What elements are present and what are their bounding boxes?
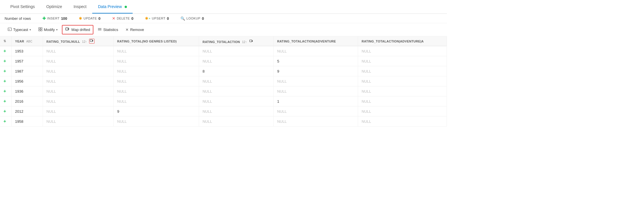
cell-rating-totalnull: NULL — [43, 116, 114, 127]
cell-rating-totalaction-adventure-a: NULL — [358, 116, 447, 127]
col-rating-totalaction-adventure-a: RATING_TOTALACTION|ADVENTURE|A — [358, 36, 447, 46]
cell-rating-totalaction-adventure-a: NULL — [358, 106, 447, 116]
lookup-icon: 🔍 — [180, 16, 185, 21]
upsert-count: ✱ + UPSERT 0 — [145, 16, 169, 21]
map-drifted-button[interactable]: Map drifted — [62, 25, 93, 34]
table-row: +1953NULLNULLNULLNULLNULL — [0, 46, 447, 56]
cell-rating-totalaction-adventure: NULL — [274, 116, 358, 127]
cell-year: 1987 — [11, 66, 43, 76]
cell-rating-totalnull: NULL — [43, 96, 114, 106]
cell-rating-total-no-genres: NULL — [114, 46, 199, 56]
map-drifted-icon — [65, 27, 70, 32]
col-rating-total-no-genres: RATING_TOTAL(NO GENRES LISTED) — [114, 36, 199, 46]
tab-pivot-settings[interactable]: Pivot Settings — [5, 0, 41, 13]
row-counts-bar: Number of rows ✚ INSERT 100 ✱ UPDATE 0 ✕… — [0, 14, 447, 23]
cell-rating-totalaction-adventure: 5 — [274, 56, 358, 66]
cell-rating-totalnull: NULL — [43, 46, 114, 56]
cell-rating-total-no-genres: NULL — [114, 86, 199, 96]
cell-rating-totalaction-adventure-a: NULL — [358, 66, 447, 76]
svg-text:T: T — [9, 28, 10, 31]
table-row: +1958NULLNULLNULLNULLNULL — [0, 116, 447, 127]
cell-rating-totalaction-adventure: 9 — [274, 66, 358, 76]
cell-rating-totalnull: NULL — [43, 66, 114, 76]
cell-rating-totalaction-adventure-a: NULL — [358, 96, 447, 106]
svg-rect-3 — [41, 28, 42, 29]
statistics-button[interactable]: Statistics — [95, 26, 121, 34]
row-add-button[interactable]: + — [3, 119, 6, 124]
cell-rating-totalnull: NULL — [43, 76, 114, 86]
typecast-button[interactable]: T Typecast ▾ — [5, 26, 34, 34]
data-table-container: ⇅ YEAR abc RATING_TOTALNULL 12↑ — [0, 36, 447, 127]
cell-year: 2012 — [11, 106, 43, 116]
typecast-chevron: ▾ — [30, 28, 31, 31]
data-table: ⇅ YEAR abc RATING_TOTALNULL 12↑ — [0, 36, 447, 127]
modify-button[interactable]: Modify ▾ — [35, 26, 61, 34]
tab-bar: Pivot Settings Optimize Inspect Data Pre… — [0, 0, 447, 14]
row-add-button[interactable]: + — [3, 89, 6, 94]
cell-rating-total-no-genres: NULL — [114, 66, 199, 76]
cell-rating-totalaction-adventure-a: NULL — [358, 76, 447, 86]
table-row: +1987NULLNULL89NULL — [0, 66, 447, 76]
update-icon: ✱ — [79, 16, 82, 21]
col-rating-totalnull: RATING_TOTALNULL 12↑ — [43, 36, 114, 46]
update-count: ✱ UPDATE 0 — [79, 16, 101, 21]
insert-icon: ✚ — [42, 16, 46, 21]
row-add-button[interactable]: + — [3, 59, 6, 63]
cell-rating-total-no-genres: NULL — [114, 76, 199, 86]
cell-rating-totalaction-adventure: 1 — [274, 96, 358, 106]
remove-button[interactable]: ✕ Remove — [122, 26, 147, 34]
delete-count: ✕ DELETE 0 — [112, 16, 133, 21]
cell-rating-totalaction-adventure-a: NULL — [358, 46, 447, 56]
tab-data-preview[interactable]: Data Preview — [92, 0, 133, 13]
cell-rating-totalaction-adventure: NULL — [274, 106, 358, 116]
table-row: +1936NULLNULLNULLNULLNULL — [0, 86, 447, 96]
lookup-count: 🔍 LOOKUP 0 — [180, 16, 204, 21]
row-add-button[interactable]: + — [3, 48, 6, 53]
cell-rating-totalaction: NULL — [199, 46, 274, 56]
delete-icon: ✕ — [112, 16, 115, 21]
row-add-button[interactable]: + — [3, 69, 6, 73]
tab-optimize[interactable]: Optimize — [41, 0, 68, 13]
row-count-label: Number of rows — [5, 16, 31, 21]
col-sort: ⇅ — [0, 36, 11, 46]
statistics-label: Statistics — [103, 28, 118, 32]
insert-value: 100 — [61, 16, 67, 21]
typecast-icon: T — [8, 27, 12, 32]
cell-rating-totalaction: NULL — [199, 86, 274, 96]
table-row: +2016NULLNULLNULL1NULL — [0, 96, 447, 106]
delete-value: 0 — [131, 16, 133, 21]
cell-year: 1957 — [11, 56, 43, 66]
cell-rating-totalaction-adventure-a: NULL — [358, 56, 447, 66]
lookup-value: 0 — [202, 16, 204, 21]
table-row: +2012NULL9NULLNULLNULL — [0, 106, 447, 116]
cell-rating-total-no-genres: NULL — [114, 96, 199, 106]
tab-inspect[interactable]: Inspect — [68, 0, 92, 13]
remove-icon: ✕ — [125, 28, 129, 32]
cell-rating-total-no-genres: 9 — [114, 106, 199, 116]
cell-rating-totalaction-adventure-a: NULL — [358, 86, 447, 96]
row-add-button[interactable]: + — [3, 99, 6, 104]
rating-totalaction-label: RATING_TOTALACTION — [203, 40, 240, 44]
table-header-row: ⇅ YEAR abc RATING_TOTALNULL 12↑ — [0, 36, 447, 46]
rating-totalaction-drift-icon[interactable] — [249, 39, 254, 43]
rating-totalnull-drift-icon[interactable] — [89, 39, 95, 44]
svg-rect-5 — [41, 30, 42, 31]
cell-rating-totalaction-adventure: NULL — [274, 76, 358, 86]
statistics-icon — [98, 27, 102, 32]
cell-rating-totalaction: NULL — [199, 116, 274, 127]
row-add-button[interactable]: + — [3, 79, 6, 83]
row-add-button[interactable]: + — [3, 109, 6, 114]
update-value: 0 — [98, 16, 100, 21]
cell-rating-total-no-genres: NULL — [114, 56, 199, 66]
rating-totalnull-type: 12↑ — [82, 40, 87, 43]
cell-rating-totalnull: NULL — [43, 86, 114, 96]
cell-rating-totalaction: NULL — [199, 106, 274, 116]
toolbar: T Typecast ▾ Modify ▾ Map drifted — [0, 23, 447, 36]
cell-rating-totalnull: NULL — [43, 56, 114, 66]
cell-year: 1936 — [11, 86, 43, 96]
cell-year: 1953 — [11, 46, 43, 56]
rating-totalnull-label: RATING_TOTALNULL — [46, 40, 80, 43]
col-rating-totalaction: RATING_TOTALACTION 12↑ — [199, 36, 274, 46]
insert-label: INSERT — [47, 17, 60, 20]
sort-icon[interactable]: ⇅ — [3, 39, 6, 43]
